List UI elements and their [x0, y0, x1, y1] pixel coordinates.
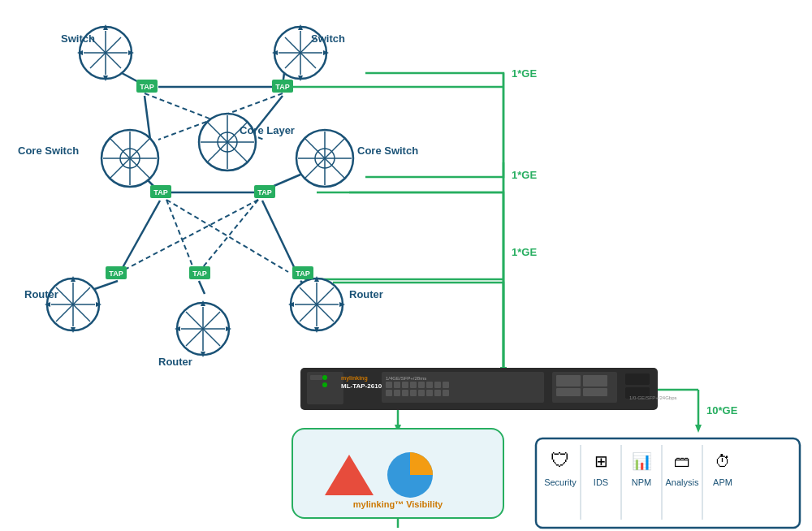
apm-icon: ⏱	[715, 452, 731, 470]
sfp-port1	[556, 375, 581, 386]
tap4-label: TAP	[257, 188, 271, 196]
tap7-label: TAP	[296, 270, 309, 278]
green-line1	[365, 73, 503, 369]
sfp-port3	[556, 388, 581, 396]
tap5-label: TAP	[109, 270, 123, 278]
port3	[402, 382, 408, 388]
port8	[443, 382, 449, 388]
security-label: Security	[544, 477, 577, 487]
dashed3	[166, 200, 288, 272]
dashed6	[199, 200, 258, 272]
coreswitch1-label: Core Switch	[18, 145, 79, 157]
port5	[418, 382, 425, 388]
green-line2	[365, 162, 503, 177]
tap2-label: TAP	[275, 83, 289, 91]
port6	[426, 382, 433, 388]
port4	[410, 382, 417, 388]
ids-icon: ⊞	[594, 452, 608, 470]
analysis-label: Analysis	[666, 477, 699, 487]
ge-label2: 1*GE	[512, 169, 537, 181]
apm-label: APM	[713, 477, 732, 487]
port14	[426, 390, 433, 396]
ge-label3: 1*GE	[512, 246, 537, 258]
ge-label1: 1*GE	[512, 67, 537, 80]
port16	[443, 390, 449, 396]
line-tap4-tap7	[262, 201, 296, 272]
device-model-text: ML-TAP-2610	[341, 382, 382, 390]
tap3-label: TAP	[153, 188, 167, 196]
led-sys	[322, 382, 327, 387]
ids-label: IDS	[594, 477, 608, 487]
line-tap1-corelayer1	[145, 96, 150, 140]
device-port-label2: 1/0-GE/SFP+/24Gbps	[629, 395, 677, 400]
router1-label: Router	[24, 288, 58, 300]
port7	[434, 382, 441, 388]
coreswitch2-label: Core Switch	[357, 145, 418, 157]
tap1-label: TAP	[140, 83, 153, 91]
tap6-label: TAP	[192, 270, 206, 278]
ports-label: 1/4GE/SFP+/28ms	[386, 376, 426, 381]
monitor-label: mylinking™ Visibility	[353, 499, 443, 509]
sfp-port4	[583, 388, 607, 396]
diagram-container: TAP TAP TAP TAP TAP TAP TAP Switch Switc…	[0, 0, 812, 531]
npm-icon: 📊	[632, 451, 652, 471]
led-pwr	[322, 375, 327, 380]
line-tap6-router2	[199, 281, 205, 294]
corelayer-label: Core Layer	[240, 124, 295, 136]
port9	[386, 390, 392, 396]
port15	[434, 390, 441, 396]
router2-label: Router	[158, 356, 192, 368]
port2	[394, 382, 400, 388]
ge10-label: 10*GE	[706, 404, 738, 417]
arrow-tools	[695, 425, 702, 433]
brand-text: mylinking	[341, 375, 368, 382]
router3-label: Router	[349, 288, 383, 300]
port12	[410, 390, 417, 396]
switch1-label: Switch	[61, 32, 95, 45]
device-usb	[625, 373, 650, 385]
port11	[402, 390, 408, 396]
port1	[386, 382, 392, 388]
sfp-port2	[583, 375, 607, 386]
green-line2b	[349, 192, 503, 369]
security-icon: 🛡	[551, 449, 570, 471]
analysis-icon: 🗃	[674, 452, 690, 470]
device-led-row1	[310, 375, 322, 380]
port10	[394, 390, 400, 396]
main-diagram: TAP TAP TAP TAP TAP TAP TAP Switch Switc…	[0, 0, 812, 531]
port13	[418, 390, 425, 396]
switch2-label: Switch	[311, 32, 345, 45]
npm-label: NPM	[632, 477, 651, 487]
